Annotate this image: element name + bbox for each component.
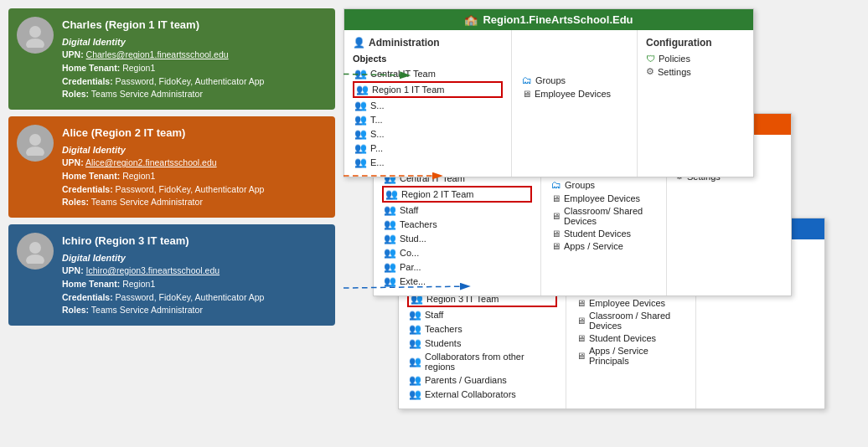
person-home-charles: Home Tenant: Region1	[62, 62, 327, 75]
people-icon: 👥	[354, 114, 367, 126]
object-teachers-region2: 👥 Teachers	[382, 218, 532, 231]
group-groups-region2: 🗂 Groups	[550, 178, 658, 192]
group-student-devices-region3: 🖥 Student Devices	[575, 332, 687, 344]
device-icon: 🖥	[551, 241, 561, 251]
person-home-ichiro: Home Tenant: Region1	[62, 278, 327, 291]
config-section-region1: Configuration 🛡 Policies ⚙ Settings	[638, 30, 753, 177]
settings-icon: ⚙	[646, 66, 654, 77]
people-icon: 👥	[385, 188, 398, 200]
main-container: Charles (Region 1 IT team) Digital Ident…	[0, 0, 868, 447]
tenant-header-region1: 🏫 Region1.FineArtsSchool.Edu	[344, 9, 753, 30]
person-upn-ichiro: UPN: Ichiro@region3.fineartsschool.edu	[62, 265, 327, 278]
object-students-region2: 👥 Stud...	[382, 232, 532, 245]
person-info-charles: Charles (Region 1 IT team) Digital Ident…	[62, 17, 327, 101]
object-e-region1: 👥 E...	[353, 156, 503, 169]
device-icon: 🖥	[522, 89, 531, 99]
object-external-region2: 👥 Exte...	[382, 275, 532, 288]
people-icon: 👥	[356, 84, 369, 95]
admin-icon-region1: 👤	[353, 37, 365, 49]
object-students-region3: 👥 Students	[407, 337, 557, 350]
person-name-alice: Alice (Region 2 IT team)	[62, 125, 327, 141]
object-central-it-region1: 👥 Central IT Team	[353, 67, 503, 80]
avatar-alice	[17, 125, 54, 162]
people-icon: 👥	[384, 247, 396, 259]
people-icon: 👥	[384, 204, 396, 216]
object-collaborators-region3: 👥 Collaborators from other regions	[407, 351, 557, 372]
objects-section-region1: 👤 Administration Objects 👥 Central IT Te…	[344, 30, 512, 177]
person-roles-alice: Roles: Teams Service Administrator	[62, 196, 327, 209]
person-upn-alice: UPN: Alice@region2.fineartsschool.edu	[62, 157, 327, 170]
svg-point-4	[29, 242, 41, 254]
people-icon: 👥	[409, 323, 421, 335]
svg-point-5	[26, 254, 44, 264]
person-card-alice: Alice (Region 2 IT team) Digital Identit…	[8, 116, 335, 218]
object-parents-region3: 👥 Parents / Guardians	[407, 373, 557, 387]
person-name-charles: Charles (Region 1 IT team)	[62, 17, 327, 33]
people-icon: 👥	[409, 337, 421, 349]
admin-header-region1: 👤 Administration	[353, 37, 503, 49]
left-panels: Charles (Region 1 IT team) Digital Ident…	[8, 8, 335, 439]
group-employee-devices-region3: 🖥 Employee Devices	[575, 297, 687, 309]
tenant-body-region1: 👤 Administration Objects 👥 Central IT Te…	[344, 30, 753, 177]
device-icon: 🖥	[551, 229, 561, 239]
group-employee-devices-region2: 🖥 Employee Devices	[550, 193, 658, 204]
person-info-alice: Alice (Region 2 IT team) Digital Identit…	[62, 125, 327, 209]
people-icon: 👥	[384, 218, 396, 230]
group-student-devices-region2: 🖥 Student Devices	[550, 228, 658, 239]
object-parents-region2: 👥 Par...	[382, 260, 532, 274]
object-teachers-region3: 👥 Teachers	[407, 322, 557, 336]
people-icon: 👥	[409, 388, 421, 400]
group-groups-region1: 🗂 Groups	[520, 74, 628, 87]
person-creds-alice: Credentials: Password, FidoKey, Authenti…	[62, 183, 327, 197]
group-icon: 🗂	[522, 74, 532, 86]
group-icon: 🗂	[551, 179, 561, 191]
person-home-alice: Home Tenant: Region1	[62, 170, 327, 183]
people-icon: 👥	[384, 261, 396, 273]
group-classroom-devices-region3: 🖥 Classroom / Shared Devices	[575, 310, 687, 331]
tenant-title-region1: Region1.FineArtsSchool.Edu	[483, 13, 633, 26]
object-region2-it-team: 👥 Region 2 IT Team	[382, 186, 532, 203]
person-info-ichiro: Ichiro (Region 3 IT team) Digital Identi…	[62, 233, 327, 317]
people-icon: 👥	[354, 100, 367, 111]
people-icon: 👥	[409, 374, 421, 386]
config-header-region1: Configuration	[646, 37, 745, 49]
person-creds-charles: Credentials: Password, FidoKey, Authenti…	[62, 75, 327, 89]
object-external-region3: 👥 External Collaborators	[407, 388, 557, 401]
person-card-ichiro: Ichiro (Region 3 IT team) Digital Identi…	[8, 224, 335, 326]
object-collaborators-region2: 👥 Co...	[382, 246, 532, 259]
person-upn-charles: UPN: Charles@region1.fineartsschool.edu	[62, 49, 327, 62]
avatar-ichiro	[17, 233, 54, 270]
person-label-charles: Digital Identity	[62, 35, 327, 49]
object-staff-region2: 👥 Staff	[382, 203, 532, 217]
person-creds-ichiro: Credentials: Password, FidoKey, Authenti…	[62, 291, 327, 305]
svg-point-3	[26, 146, 44, 156]
people-icon: 👥	[384, 233, 396, 244]
person-name-ichiro: Ichiro (Region 3 IT team)	[62, 233, 327, 249]
person-roles-ichiro: Roles: Teams Service Administrator	[62, 304, 327, 317]
svg-point-1	[26, 39, 44, 48]
person-label-ichiro: Digital Identity	[62, 251, 327, 265]
object-s2-region1: 👥 S...	[353, 127, 503, 141]
people-icon: 👥	[354, 142, 367, 154]
group-classroom-devices-region2: 🖥 Classroom/ Shared Devices	[550, 205, 658, 227]
group-employee-devices-region1: 🖥 Employee Devices	[520, 88, 628, 100]
config-policies-region1: 🛡 Policies	[646, 54, 745, 64]
device-icon: 🖥	[576, 333, 586, 343]
device-icon: 🖥	[576, 351, 586, 361]
people-icon: 👥	[354, 128, 367, 140]
groups-section-region1: 🗂 Groups 🖥 Employee Devices	[512, 30, 638, 177]
object-s1-region1: 👥 S...	[353, 99, 503, 112]
group-apps-region3: 🖥 Apps / Service Principals	[575, 345, 687, 367]
people-icon: 👥	[409, 309, 421, 321]
tenant-panel-region1: 🏫 Region1.FineArtsSchool.Edu 👤 Administr…	[344, 8, 754, 177]
people-icon: 👥	[354, 157, 367, 168]
objects-label-region1: Objects	[353, 54, 503, 64]
svg-point-0	[29, 26, 41, 38]
tenant-icon-region1: 🏫	[464, 13, 478, 26]
avatar-charles	[17, 17, 54, 54]
policy-icon: 🛡	[646, 54, 655, 64]
group-apps-region2: 🖥 Apps / Service	[550, 240, 658, 252]
object-staff-region3: 👥 Staff	[407, 308, 557, 321]
object-t1-region1: 👥 T...	[353, 113, 503, 126]
device-icon: 🖥	[551, 193, 561, 203]
